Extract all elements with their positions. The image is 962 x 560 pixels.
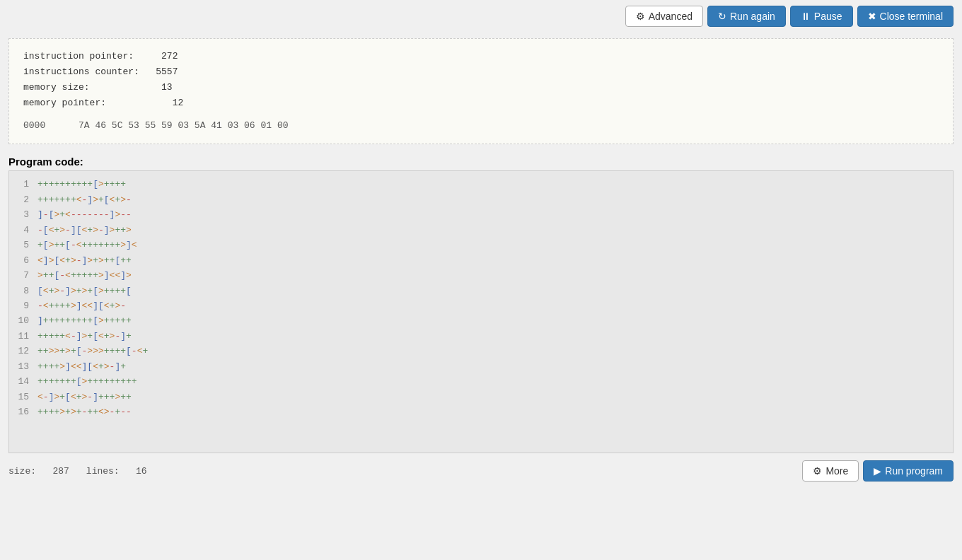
angle-char: > (59, 407, 65, 417)
line-number: 2 (15, 192, 37, 207)
lines-label: lines: (86, 466, 120, 477)
bracket-char: [ (98, 301, 104, 311)
bracket-char: ] (104, 225, 110, 235)
angle-char: < (93, 361, 98, 372)
memory-pointer-row: memory pointer: 12 (23, 95, 939, 111)
plus-char: + (87, 286, 93, 296)
minus-char: - (71, 209, 76, 220)
plus-char: + (43, 361, 49, 372)
plus-char: + (98, 392, 104, 402)
more-button[interactable]: ⚙ More (802, 460, 859, 482)
line-content: >++[-<+++++>]<<]> (37, 268, 132, 283)
code-line: 3]-[>+<-------]>-- (9, 207, 953, 222)
minus-char: - (87, 392, 93, 402)
angle-char: > (93, 225, 98, 235)
instructions-counter-label: instructions counter: (23, 66, 139, 77)
angle-char: > (87, 346, 93, 356)
plus-char: + (120, 346, 126, 356)
line-content: ]+++++++++[>+++++ (37, 313, 132, 328)
plus-char: + (59, 315, 65, 326)
plus-char: + (98, 194, 104, 205)
plus-char: + (76, 392, 82, 402)
bracket-char: [ (126, 346, 132, 356)
minus-char: - (65, 225, 71, 235)
status-panel: instruction pointer: 272 instructions co… (8, 38, 954, 144)
line-number: 6 (15, 253, 37, 268)
plus-char: + (104, 315, 110, 326)
plus-char: + (98, 361, 104, 372)
advanced-label: Advanced (649, 11, 692, 22)
lines-value: 16 (136, 466, 147, 477)
run-program-label: Run program (885, 465, 943, 477)
angle-char: < (132, 240, 137, 250)
angle-char: < (71, 392, 76, 402)
minus-char: - (76, 255, 82, 266)
line-number: 14 (15, 374, 37, 389)
footer-info: size: 287 lines: 16 (8, 466, 147, 477)
plus-char: + (59, 301, 65, 311)
plus-char: + (126, 376, 132, 387)
plus-char: + (43, 179, 49, 189)
plus-char: + (93, 240, 98, 250)
footer: size: 287 lines: 16 ⚙ More ▶ Run program (0, 453, 962, 489)
plus-char: + (65, 407, 71, 417)
run-again-button[interactable]: ↻ Run again (707, 6, 786, 27)
line-content: +++++++<-]>+[<+>- (37, 192, 132, 207)
angle-char: > (98, 346, 104, 356)
plus-char: + (104, 376, 110, 387)
hex-address: 0000 (23, 120, 45, 131)
plus-char: + (37, 179, 43, 189)
minus-char: - (43, 209, 49, 220)
refresh-icon: ↻ (718, 11, 726, 22)
plus-char: + (104, 240, 110, 250)
angle-char: > (98, 179, 104, 189)
bracket-char: [ (65, 240, 71, 250)
bracket-char: ] (93, 301, 98, 311)
plus-char: + (93, 376, 98, 387)
angle-char: < (43, 286, 49, 296)
line-content: <-]>+[<+>-]+++>++ (37, 390, 132, 404)
pause-icon: ⏸ (801, 11, 811, 22)
plus-char: + (71, 179, 76, 189)
angle-char: > (59, 225, 65, 235)
size-info: size: 287 (8, 466, 69, 477)
plus-char: + (93, 255, 98, 266)
minus-char: - (76, 209, 82, 220)
toolbar: ⚙ Advanced ↻ Run again ⏸ Pause ✖ Close t… (0, 0, 962, 33)
line-number: 4 (15, 223, 37, 238)
line-content: <]>[<+>-]>+>++[++ (37, 253, 132, 268)
close-terminal-button[interactable]: ✖ Close terminal (857, 6, 954, 27)
plus-char: + (43, 331, 49, 342)
hex-values: 7A 46 5C 53 55 59 03 5A 41 03 06 01 00 (79, 120, 288, 131)
plus-char: + (120, 392, 126, 402)
code-area: 1++++++++++[>++++2+++++++<-]>+[<+>-3]-[>… (8, 170, 954, 453)
plus-char: + (71, 194, 76, 205)
pause-button[interactable]: ⏸ Pause (790, 6, 853, 27)
angle-char: < (71, 361, 76, 372)
plus-char: + (65, 301, 71, 311)
pause-label: Pause (814, 11, 842, 22)
line-content: +[>++[-<+++++++>]< (37, 238, 137, 252)
code-line: 7>++[-<+++++>]<<]> (9, 268, 953, 283)
line-number: 15 (15, 390, 37, 404)
minus-char: - (120, 209, 126, 220)
run-program-button[interactable]: ▶ Run program (863, 460, 954, 482)
angle-char: > (98, 270, 104, 281)
plus-char: + (126, 331, 132, 342)
instruction-pointer-value: 272 (161, 51, 178, 62)
bracket-char: [ (76, 225, 82, 235)
advanced-button[interactable]: ⚙ Advanced (625, 6, 703, 27)
angle-char: < (37, 392, 43, 402)
angle-char: < (76, 361, 82, 372)
plus-char: + (132, 376, 137, 387)
plus-char: + (59, 240, 65, 250)
minus-char: - (126, 194, 132, 205)
plus-char: + (76, 270, 82, 281)
plus-char: + (87, 179, 93, 189)
minus-char: - (43, 392, 49, 402)
minus-char: - (126, 209, 132, 220)
angle-char: < (65, 209, 71, 220)
plus-char: + (59, 209, 65, 220)
code-line: 14+++++++[>+++++++++ (9, 374, 953, 389)
bracket-char: ] (65, 286, 71, 296)
